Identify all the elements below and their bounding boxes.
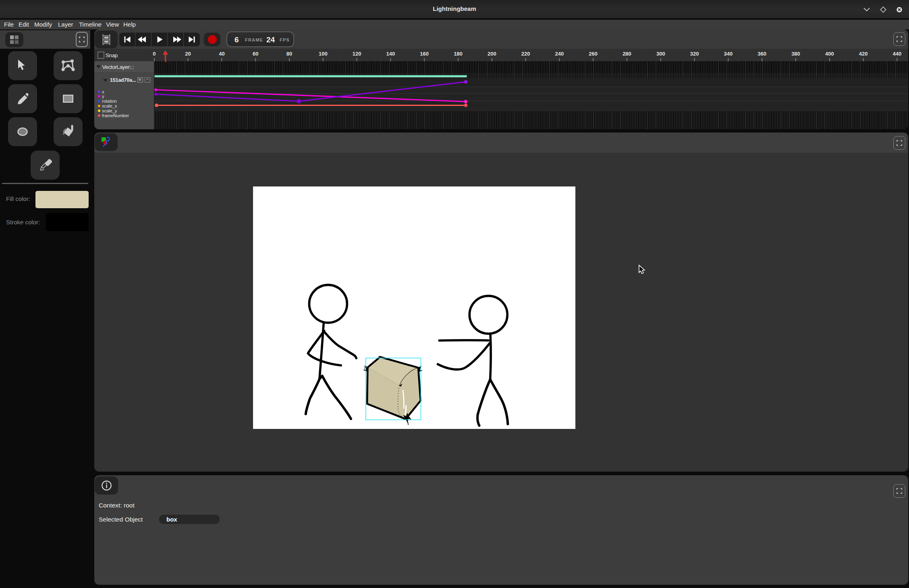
svg-text:300: 300 xyxy=(656,51,665,57)
svg-text:360: 360 xyxy=(758,51,766,57)
svg-text:80: 80 xyxy=(286,51,292,57)
svg-text:420: 420 xyxy=(859,51,868,57)
svg-text:340: 340 xyxy=(724,51,733,57)
svg-text:440: 440 xyxy=(893,51,902,57)
svg-text:240: 240 xyxy=(555,51,564,57)
svg-text:100: 100 xyxy=(319,51,328,57)
svg-text:220: 220 xyxy=(521,51,530,57)
svg-text:160: 160 xyxy=(420,51,429,57)
svg-text:320: 320 xyxy=(690,51,699,57)
svg-text:400: 400 xyxy=(825,51,834,57)
svg-text:180: 180 xyxy=(454,51,463,57)
svg-text:260: 260 xyxy=(589,51,598,57)
svg-text:20: 20 xyxy=(185,51,191,57)
svg-text:200: 200 xyxy=(488,51,496,57)
svg-text:40: 40 xyxy=(219,51,224,57)
svg-text:140: 140 xyxy=(386,51,395,57)
svg-text:0: 0 xyxy=(153,51,156,57)
svg-text:280: 280 xyxy=(623,51,631,57)
svg-text:60: 60 xyxy=(253,51,258,57)
svg-text:380: 380 xyxy=(791,51,800,57)
svg-text:120: 120 xyxy=(353,51,361,57)
